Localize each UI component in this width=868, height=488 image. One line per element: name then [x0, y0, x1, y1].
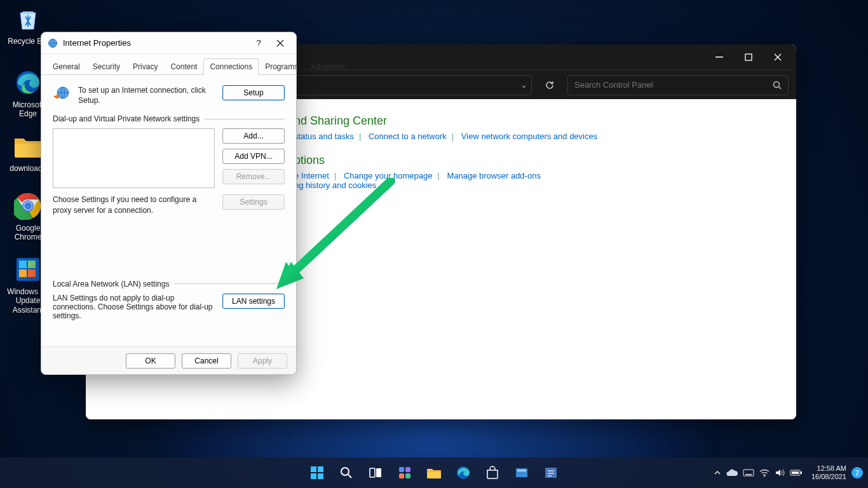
internet-properties-dialog: Internet Properties ? General Security P… [41, 32, 297, 375]
svg-rect-8 [19, 269, 27, 277]
app-button[interactable] [509, 460, 534, 485]
group-dialup: Dial-up and Virtual Private Network sett… [53, 114, 285, 123]
svg-rect-17 [311, 473, 316, 479]
file-explorer-button[interactable] [421, 460, 447, 485]
chevron-down-icon[interactable]: ⌄ [520, 80, 527, 90]
cp-link[interactable]: Connect to a network [369, 132, 447, 141]
ip-body: To set up an Internet connection, click … [41, 75, 296, 346]
keyboard-icon[interactable] [743, 469, 754, 477]
remove-button: Remove... [222, 169, 285, 184]
group-lan: Local Area Network (LAN) settings [53, 280, 285, 288]
svg-rect-9 [28, 269, 36, 277]
notification-badge[interactable]: 2 [851, 467, 863, 478]
cp-link[interactable]: status and tasks [294, 132, 354, 141]
dialup-listbox[interactable] [53, 128, 215, 188]
svg-rect-32 [745, 474, 752, 475]
ip-tabs: General Security Privacy Content Connect… [41, 54, 296, 75]
svg-rect-10 [715, 57, 723, 58]
windows-update-icon [13, 254, 43, 285]
svg-rect-20 [370, 468, 375, 477]
volume-icon[interactable] [775, 468, 785, 477]
setup-text: To set up an Internet connection, click … [78, 85, 215, 105]
svg-rect-25 [405, 473, 410, 478]
svg-rect-24 [399, 473, 404, 478]
search-button[interactable] [334, 460, 359, 485]
svg-rect-26 [427, 470, 441, 472]
task-view-button[interactable] [363, 460, 388, 485]
connection-wizard-icon [53, 85, 71, 103]
refresh-button[interactable] [541, 76, 559, 94]
app-button-2[interactable] [538, 460, 564, 485]
search-icon [773, 81, 782, 90]
svg-rect-21 [376, 468, 381, 477]
setup-button[interactable]: Setup [222, 85, 285, 100]
apply-button: Apply [238, 353, 287, 369]
ok-button[interactable]: OK [126, 353, 175, 369]
tab-programs[interactable]: Programs [259, 58, 304, 75]
ip-titlebar[interactable]: Internet Properties ? [41, 32, 296, 54]
close-button[interactable] [271, 36, 290, 51]
cp-link[interactable]: e Internet [294, 171, 329, 180]
chrome-icon [13, 191, 43, 221]
taskbar-clock[interactable]: 12:58 AM 16/08/2021 [811, 464, 846, 480]
cp-link[interactable]: ng history and cookies [294, 180, 376, 190]
folder-icon [13, 131, 43, 161]
start-button[interactable] [304, 460, 330, 485]
svg-point-19 [341, 468, 349, 475]
cancel-button[interactable]: Cancel [182, 353, 231, 369]
cp-link[interactable]: View network computers and devices [461, 132, 597, 141]
search-input[interactable] [574, 80, 769, 90]
maximize-button[interactable] [734, 47, 763, 67]
tab-general[interactable]: General [46, 58, 86, 75]
tab-privacy[interactable]: Privacy [126, 58, 164, 75]
svg-rect-29 [517, 470, 526, 471]
settings-button: Settings [222, 194, 285, 210]
svg-rect-35 [801, 471, 802, 474]
taskbar-center [304, 460, 564, 485]
svg-rect-7 [28, 261, 36, 268]
wifi-icon[interactable] [759, 468, 770, 477]
tab-connections[interactable]: Connections [203, 58, 259, 75]
search-box[interactable] [567, 75, 789, 95]
minimize-button[interactable] [705, 47, 734, 67]
store-button[interactable] [480, 460, 505, 485]
tray-chevron-icon[interactable] [714, 469, 721, 477]
cp-section-heading: nd Sharing Center [294, 114, 778, 128]
edge-icon [13, 67, 43, 98]
svg-point-33 [764, 476, 765, 477]
lan-settings-button[interactable]: LAN settings [222, 294, 285, 309]
clock-date: 16/08/2021 [811, 473, 846, 481]
cp-link-row: e Internet| Change your homepage| Manage… [294, 171, 778, 190]
close-button[interactable] [763, 47, 792, 67]
widgets-button[interactable] [392, 460, 417, 485]
cp-link-row: status and tasks| Connect to a network| … [294, 132, 778, 141]
svg-rect-15 [311, 466, 316, 472]
recycle-bin-icon [13, 4, 43, 34]
help-button[interactable]: ? [249, 36, 268, 51]
cp-link[interactable]: Change your homepage [344, 171, 433, 180]
proxy-note: Choose Settings if you need to configure… [53, 194, 215, 216]
add-vpn-button[interactable]: Add VPN... [222, 149, 285, 164]
internet-options-icon [48, 38, 58, 48]
svg-rect-11 [745, 54, 752, 60]
svg-point-4 [24, 202, 32, 210]
onedrive-icon[interactable] [726, 469, 738, 477]
taskbar-tray: 12:58 AM 16/08/2021 2 [714, 458, 863, 488]
svg-rect-16 [318, 466, 323, 472]
taskbar: 12:58 AM 16/08/2021 2 [0, 458, 868, 488]
tab-advanced[interactable]: Advanced [304, 58, 351, 75]
lan-note: LAN Settings do not apply to dial-up con… [53, 294, 215, 320]
battery-icon[interactable] [790, 469, 803, 477]
svg-rect-36 [792, 471, 799, 474]
add-button[interactable]: Add... [222, 128, 285, 144]
svg-point-12 [774, 81, 780, 87]
edge-taskbar-button[interactable] [451, 460, 476, 485]
dialog-title: Internet Properties [63, 38, 249, 48]
cp-section-heading: ptions [294, 154, 778, 167]
cp-link[interactable]: Manage browser add-ons [447, 171, 540, 180]
svg-rect-23 [405, 467, 410, 472]
tab-security[interactable]: Security [86, 58, 126, 75]
clock-time: 12:58 AM [811, 464, 846, 473]
ip-footer: OK Cancel Apply [41, 346, 296, 374]
tab-content[interactable]: Content [164, 58, 203, 75]
